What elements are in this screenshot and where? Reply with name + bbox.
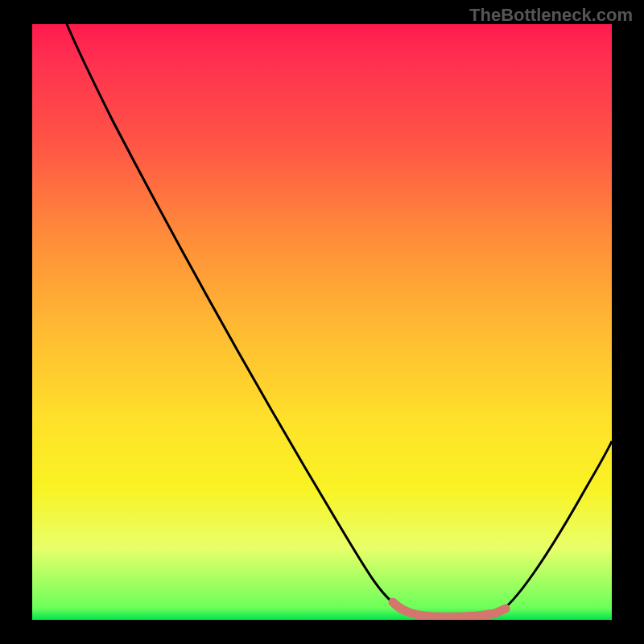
optimal-range-highlight: [393, 602, 506, 617]
plot-area: [32, 24, 612, 620]
watermark-text: TheBottleneck.com: [469, 5, 633, 26]
curve-svg: [32, 24, 612, 620]
chart-container: TheBottleneck.com: [0, 0, 644, 644]
bottleneck-curve: [67, 24, 612, 617]
